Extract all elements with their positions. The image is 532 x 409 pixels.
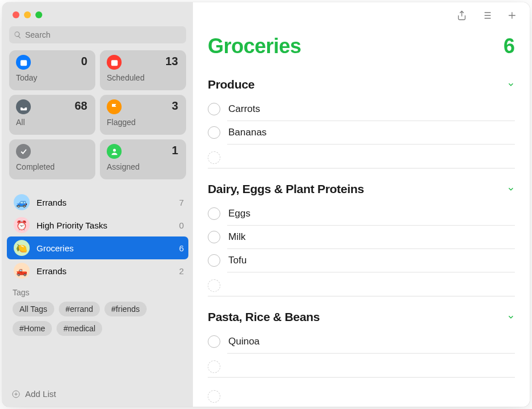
plus-circle-icon <box>11 390 21 399</box>
new-reminder-slot[interactable] <box>208 275 515 296</box>
tag-friends[interactable]: #friends <box>104 302 147 316</box>
smart-today-label: Today <box>16 73 88 82</box>
share-icon <box>456 10 467 21</box>
list-item-label: Groceries <box>37 243 172 253</box>
list-item-count: 7 <box>179 198 184 207</box>
reminder-text[interactable]: Carrots <box>228 103 260 115</box>
complete-toggle[interactable] <box>208 126 220 139</box>
section-title: Pasta, Rice & Beans <box>208 310 320 324</box>
svg-point-2 <box>113 149 116 151</box>
list-item-label: Errands <box>37 198 172 207</box>
toolbar <box>193 2 530 29</box>
new-reminder-slot[interactable] <box>208 356 515 378</box>
reminder-text[interactable]: Bananas <box>228 127 267 138</box>
reminder-item[interactable]: Quinoa <box>227 330 515 354</box>
reminder-text[interactable]: Tofu <box>228 255 247 266</box>
smart-assigned[interactable]: 1 Assigned <box>100 139 186 179</box>
section-header[interactable]: Produce <box>208 74 515 98</box>
new-reminder-circle[interactable] <box>208 279 220 292</box>
smart-flagged-count: 3 <box>172 99 178 113</box>
section-pasta: Pasta, Rice & Beans Quinoa <box>208 307 515 378</box>
list-item-errands-2[interactable]: 🛻 Errands 2 <box>2 259 193 282</box>
calendar-today-icon <box>16 55 31 70</box>
section-title: Dairy, Eggs & Plant Proteins <box>208 182 364 196</box>
reminder-text[interactable]: Eggs <box>228 208 251 219</box>
list-item-groceries[interactable]: 🍋 Groceries 6 <box>7 236 188 259</box>
section-dairy: Dairy, Eggs & Plant Proteins Eggs Milk T… <box>208 179 515 296</box>
new-reminder-button[interactable] <box>506 9 518 22</box>
calendar-icon <box>107 55 122 70</box>
flag-icon <box>107 99 122 114</box>
smart-completed[interactable]: Completed <box>9 139 95 179</box>
list-icon: 🛻 <box>14 263 30 279</box>
share-button[interactable] <box>456 9 468 22</box>
search-field[interactable] <box>9 26 186 43</box>
reminder-text[interactable]: Milk <box>228 231 245 243</box>
checkmark-icon <box>16 144 31 159</box>
tag-errand[interactable]: #errand <box>59 302 100 316</box>
tags-list: All Tags #errand #friends #Home #medical <box>13 302 183 336</box>
reminder-item[interactable]: Tofu <box>227 249 515 272</box>
tray-icon <box>16 99 31 114</box>
smart-assigned-count: 1 <box>172 144 178 157</box>
new-reminder-slot-bottom[interactable] <box>208 386 515 407</box>
list-icon: 🍋 <box>14 240 30 256</box>
new-reminder-circle[interactable] <box>208 390 220 403</box>
add-list-label: Add List <box>25 389 56 399</box>
maximize-window-button[interactable] <box>35 11 42 18</box>
complete-toggle[interactable] <box>208 207 220 220</box>
smart-today[interactable]: 0 Today <box>9 50 95 90</box>
complete-toggle[interactable] <box>208 103 220 115</box>
smart-flagged[interactable]: 3 Flagged <box>100 95 186 135</box>
list-content: Groceries 6 Produce Carrots Bananas <box>193 29 530 407</box>
reminder-item[interactable]: Bananas <box>227 121 515 145</box>
svg-rect-0 <box>20 60 26 66</box>
reminder-item[interactable]: Milk <box>227 226 515 249</box>
complete-toggle[interactable] <box>208 254 220 267</box>
smart-scheduled-label: Scheduled <box>107 73 179 82</box>
smart-completed-label: Completed <box>16 162 88 171</box>
list-item-count: 6 <box>179 243 184 253</box>
new-reminder-slot[interactable] <box>208 147 515 169</box>
smart-scheduled[interactable]: 13 Scheduled <box>100 50 186 90</box>
tag-home[interactable]: #Home <box>13 321 52 336</box>
reminder-item[interactable]: Eggs <box>227 202 515 226</box>
section-produce: Produce Carrots Bananas <box>208 74 515 169</box>
search-input[interactable] <box>25 30 182 39</box>
my-lists: 🚙 Errands 7 ⏰ High Priority Tasks 0 🍋 Gr… <box>2 191 193 383</box>
list-title: Groceries <box>208 34 301 58</box>
minimize-window-button[interactable] <box>24 11 31 18</box>
new-reminder-circle[interactable] <box>208 151 220 164</box>
section-title: Produce <box>208 78 255 91</box>
list-item-count: 2 <box>179 266 184 276</box>
svg-rect-1 <box>111 60 117 66</box>
section-header[interactable]: Dairy, Eggs & Plant Proteins <box>208 179 515 202</box>
add-list-button[interactable]: Add List <box>2 383 193 407</box>
complete-toggle[interactable] <box>208 335 220 348</box>
list-view-button[interactable] <box>481 9 493 22</box>
search-icon <box>14 31 22 39</box>
smart-all[interactable]: 68 All <box>9 95 95 135</box>
close-window-button[interactable] <box>13 11 19 18</box>
smart-today-count: 0 <box>81 55 87 68</box>
smart-flagged-label: Flagged <box>107 118 179 127</box>
tag-all[interactable]: All Tags <box>13 302 54 316</box>
list-item-high-priority[interactable]: ⏰ High Priority Tasks 0 <box>2 214 193 236</box>
complete-toggle[interactable] <box>208 231 220 243</box>
smart-all-count: 68 <box>75 99 87 113</box>
chevron-down-icon <box>507 313 515 321</box>
list-icon <box>481 10 493 21</box>
list-title-row: Groceries 6 <box>208 34 515 58</box>
list-item-label: Errands <box>37 266 172 276</box>
new-reminder-circle[interactable] <box>208 360 220 373</box>
chevron-down-icon <box>507 185 515 193</box>
list-item-errands-1[interactable]: 🚙 Errands 7 <box>2 191 193 214</box>
reminder-item[interactable]: Carrots <box>227 98 515 121</box>
list-item-label: High Priority Tasks <box>37 220 172 230</box>
section-header[interactable]: Pasta, Rice & Beans <box>208 307 515 330</box>
reminder-text[interactable]: Quinoa <box>228 336 260 347</box>
tag-medical[interactable]: #medical <box>57 321 102 336</box>
list-total-count: 6 <box>503 34 515 58</box>
plus-icon <box>506 10 518 21</box>
tags-header: Tags <box>13 288 183 297</box>
